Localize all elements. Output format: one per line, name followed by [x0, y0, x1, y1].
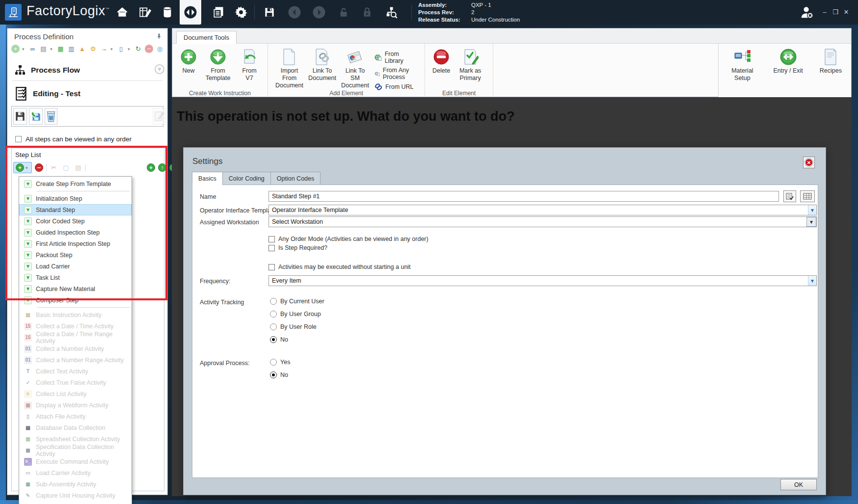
minimize-button[interactable]: –: [820, 7, 830, 17]
any-order-checkbox[interactable]: [15, 136, 22, 142]
frequency-combo[interactable]: Every Item▼: [268, 275, 817, 286]
process-search-button[interactable]: [383, 5, 400, 20]
forward-button-disabled: [311, 5, 327, 20]
delete-button[interactable]: Delete: [430, 47, 453, 76]
trash-flow-button[interactable]: [45, 108, 57, 125]
step-menu-item[interactable]: ▼Standard Step: [19, 204, 132, 215]
document-viewer-button[interactable]: [210, 5, 227, 20]
save-flow-button[interactable]: [13, 108, 27, 125]
step-menu-item[interactable]: ▼First Article Inspection Step: [19, 238, 132, 249]
edit-disabled-button: [153, 108, 165, 125]
from-library-button[interactable]: From Library: [375, 51, 417, 64]
without-unit-checkbox-row[interactable]: Activities may be executed without start…: [268, 264, 411, 270]
name-input[interactable]: [268, 191, 779, 202]
collect-true-false-activity-icon: ✓: [24, 379, 32, 387]
step-menu-item[interactable]: ▼Color Coded Step: [19, 215, 132, 227]
any-order-mode-checkbox[interactable]: [268, 236, 275, 242]
assigned-workstation-combo[interactable]: Select Workstation▼: [268, 216, 817, 227]
material-setup-icon: [733, 48, 751, 66]
titlebar: FactoryLogix™: [0, 0, 858, 25]
radio-by-current-user[interactable]: By Current User: [270, 298, 324, 305]
close-button[interactable]: ✕: [841, 7, 851, 17]
ok-button[interactable]: OK: [780, 479, 817, 490]
step-menu-item[interactable]: ▼Load Carrier: [19, 261, 132, 272]
alert-bell-icon[interactable]: ▲: [78, 45, 86, 53]
dropdown-caret-icon: ▾: [22, 47, 26, 52]
radio-by-user-role[interactable]: By User Role: [270, 323, 317, 330]
editing-test-item[interactable]: Editing - Test: [15, 86, 80, 101]
collect-number-range-activity-icon: 01: [24, 356, 32, 364]
step-menu-item[interactable]: ▼Create Step From Template: [19, 178, 132, 189]
step-menu-item[interactable]: ▼Composer Step: [19, 294, 132, 306]
database-data-collection-icon: ▤: [24, 424, 32, 432]
entry-exit-button[interactable]: Entry / Exit: [771, 47, 805, 94]
without-unit-checkbox[interactable]: [268, 264, 275, 270]
remove-step-button[interactable]: −: [35, 163, 43, 172]
tab-color-coding[interactable]: Color Coding: [222, 172, 270, 185]
step-menu-item[interactable]: ▼Guided Inspection Step: [19, 227, 132, 238]
step-menu-item[interactable]: ▼Packout Step: [19, 249, 132, 261]
save-button[interactable]: [261, 5, 278, 20]
combo-chevron-icon[interactable]: ▼: [808, 205, 816, 215]
find-icon[interactable]: ∞: [28, 45, 37, 53]
any-order-mode-checkbox-row[interactable]: Any Order Mode (Activities can be viewed…: [268, 236, 429, 242]
move-up-button[interactable]: ↑: [158, 163, 166, 172]
material-package-button[interactable]: [159, 5, 176, 20]
step-menu-item[interactable]: ▼Task List: [19, 272, 132, 283]
combo-chevron-icon[interactable]: ▼: [808, 276, 816, 286]
export-icon[interactable]: →: [100, 45, 108, 53]
mark-as-primary-icon: [462, 48, 479, 66]
mark-as-primary-button[interactable]: Mark as Primary: [453, 47, 488, 83]
from-v7-button[interactable]: From V7: [236, 47, 263, 83]
menu-separator: [37, 307, 130, 308]
recipes-button[interactable]: Recipes: [817, 47, 844, 94]
menu-item-label: Initialization Step: [36, 195, 82, 202]
import-flow-button[interactable]: [29, 108, 43, 125]
link-to-sm-document-button[interactable]: Link To SM Document: [339, 47, 372, 90]
add-step-button[interactable]: + ▾: [13, 162, 32, 173]
operator-interface-template-combo[interactable]: Operator Interface Template▼: [268, 205, 817, 215]
sync-icon[interactable]: ◎: [156, 45, 164, 53]
settings-gear-button[interactable]: [233, 5, 249, 20]
radio-approval-no[interactable]: No: [270, 371, 288, 378]
step-menu-item[interactable]: ▼Initialization Step: [19, 193, 132, 204]
is-step-required-checkbox-row[interactable]: Is Step Required?: [268, 244, 327, 251]
options-gear-icon[interactable]: ⚙: [89, 45, 97, 53]
process-editor-button-active[interactable]: [180, 0, 201, 25]
workflow-icon[interactable]: ▦: [56, 45, 65, 53]
link-to-document-button[interactable]: Link To Document: [306, 47, 339, 83]
is-step-required-checkbox[interactable]: [268, 245, 275, 251]
tab-basics[interactable]: Basics: [192, 172, 222, 185]
spellcheck-button[interactable]: [783, 190, 796, 202]
user-logout-button[interactable]: [796, 5, 818, 20]
activity-menu-item: ▤Basic Instruction Activity: [19, 309, 132, 320]
tab-document-tools[interactable]: Document Tools: [176, 31, 237, 44]
import-from-document-button[interactable]: Import From Document: [273, 47, 306, 90]
home-button[interactable]: [114, 5, 131, 20]
add-multiple-button[interactable]: +: [147, 163, 155, 172]
trash-icon[interactable]: ▯: [117, 45, 125, 53]
radio-approval-yes[interactable]: Yes: [270, 359, 290, 366]
dialog-close-button[interactable]: ✕: [803, 157, 815, 168]
radio-by-user-group[interactable]: By User Group: [270, 311, 321, 318]
pin-icon[interactable]: [156, 33, 162, 40]
assembly-editor-button[interactable]: [136, 5, 153, 20]
new-button[interactable]: New: [177, 47, 200, 76]
from-template-button[interactable]: From Template: [200, 47, 236, 83]
maximize-button[interactable]: ❒: [831, 7, 840, 17]
trademark: ™: [106, 7, 110, 11]
material-setup-button[interactable]: Material Setup: [725, 47, 759, 94]
presentation-icon[interactable]: ▥: [67, 45, 76, 53]
release-status-value: Under Construction: [471, 16, 520, 24]
any-order-checkbox-row[interactable]: All steps can be viewed in any order: [15, 135, 132, 143]
refresh-icon[interactable]: ↻: [134, 45, 142, 53]
workstation-dropdown-button[interactable]: ▼: [806, 217, 816, 227]
grid-view-button[interactable]: [800, 190, 815, 202]
print-icon[interactable]: ▤: [39, 45, 48, 53]
tab-option-codes[interactable]: Option Codes: [270, 172, 321, 185]
from-any-process-button[interactable]: From Any Process: [375, 67, 417, 80]
cut-icon: ✂: [50, 163, 58, 172]
radio-activity-no[interactable]: No: [270, 336, 288, 343]
process-flow-item[interactable]: Process Flow: [14, 64, 80, 76]
step-menu-item[interactable]: ▼Capture New Material: [19, 283, 132, 294]
